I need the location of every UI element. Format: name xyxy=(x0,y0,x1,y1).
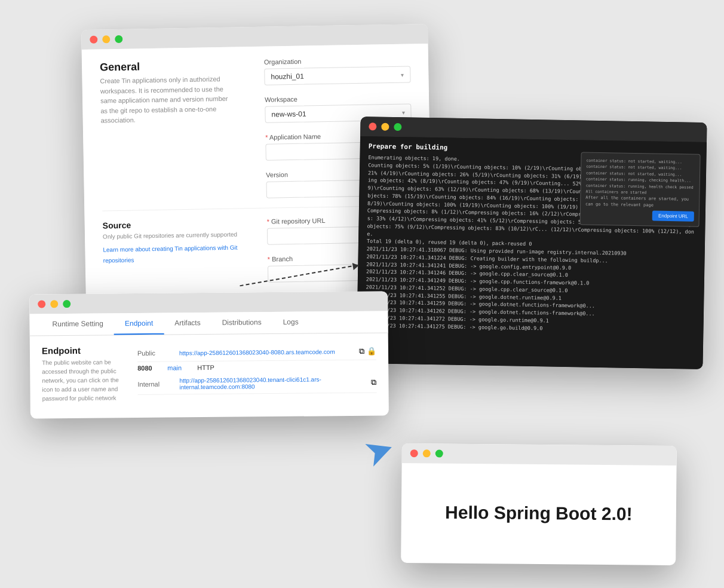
terminal-overlay: container status: not started, waiting..… xyxy=(580,152,701,227)
org-label: Organization xyxy=(264,56,410,65)
org-select[interactable]: houzhi_01 ▾ xyxy=(264,66,410,85)
endpoint-window: Runtime Setting Endpoint Artifacts Distr… xyxy=(29,291,389,418)
tab-endpoint[interactable]: Endpoint xyxy=(114,313,164,335)
terminal-body: Prepare for building Enumerating objects… xyxy=(356,136,707,369)
hello-titlebar xyxy=(402,443,677,466)
tabs-bar: Runtime Setting Endpoint Artifacts Distr… xyxy=(29,311,388,336)
chevron-down-icon: ▾ xyxy=(401,71,404,78)
ep-proto: HTTP xyxy=(197,364,221,371)
endpoint-section-desc: The public website can be accessed throu… xyxy=(42,357,126,403)
ep-port: 8080 xyxy=(137,365,161,372)
close-dot[interactable] xyxy=(410,449,418,457)
endpoint-hint: After all the containers are started, yo… xyxy=(585,195,694,209)
workspace-label: Workspace xyxy=(265,93,411,103)
endpoint-row-internal: Internal http://app-258612601368023040.t… xyxy=(137,372,376,395)
terminal-window: Prepare for building Enumerating objects… xyxy=(356,117,707,369)
minimize-dot[interactable] xyxy=(50,300,58,308)
endpoint-table: Public https://app-258612601368023040-80… xyxy=(137,343,377,395)
lock-icon[interactable]: 🔒 xyxy=(367,347,376,356)
ep-icons-public: ⧉ 🔒 xyxy=(359,347,376,356)
tab-distributions[interactable]: Distributions xyxy=(211,312,272,334)
copy-icon[interactable]: ⧉ xyxy=(371,378,376,387)
workspace-value: new-ws-01 xyxy=(271,110,306,119)
maximize-dot[interactable] xyxy=(394,123,401,131)
source-link[interactable]: Learn more about creating Tin applicatio… xyxy=(103,244,237,264)
general-title: General xyxy=(100,59,246,74)
minimize-dot[interactable] xyxy=(381,123,389,131)
hello-message: Hello Spring Boot 2.0! xyxy=(445,503,633,525)
minimize-dot[interactable] xyxy=(423,449,431,457)
org-value: houzhi_01 xyxy=(271,72,304,81)
source-title: Source xyxy=(103,218,249,230)
ep-type-internal: Internal xyxy=(137,381,173,388)
tab-artifacts[interactable]: Artifacts xyxy=(164,313,211,335)
general-desc: Create Tin applications only in authoriz… xyxy=(100,74,232,125)
ep-icons-internal: ⧉ xyxy=(371,378,376,387)
maximize-dot[interactable] xyxy=(115,35,122,43)
endpoint-section-title: Endpoint xyxy=(42,345,125,356)
close-dot[interactable] xyxy=(369,122,376,130)
endpoint-url-button[interactable]: Endpoint URL xyxy=(652,211,694,222)
tab-runtime-setting[interactable]: Runtime Setting xyxy=(41,313,114,335)
ep-type-public: Public xyxy=(137,350,173,357)
svg-marker-0 xyxy=(365,436,395,466)
blue-arrow-decoration xyxy=(363,433,398,471)
hello-body: Hello Spring Boot 2.0! xyxy=(401,463,676,564)
hello-window: Hello Spring Boot 2.0! xyxy=(401,443,677,565)
endpoint-row-public: Public https://app-258612601368023040-80… xyxy=(137,343,376,362)
ep-url-internal[interactable]: http://app-258612601368023040.tenant-cli… xyxy=(179,376,365,391)
endpoint-body: Endpoint The public website can be acces… xyxy=(30,333,389,418)
close-dot[interactable] xyxy=(90,36,97,44)
chevron-down-icon: ▾ xyxy=(401,109,404,115)
ep-url-public[interactable]: https://app-258612601368023040-8080.ars.… xyxy=(179,348,353,356)
ep-name: main xyxy=(167,364,191,371)
copy-icon[interactable]: ⧉ xyxy=(359,347,364,356)
endpoint-titlebar xyxy=(29,291,388,314)
source-desc: Only public Git repositories are current… xyxy=(103,230,249,241)
maximize-dot[interactable] xyxy=(435,449,443,457)
close-dot[interactable] xyxy=(38,300,45,308)
minimize-dot[interactable] xyxy=(102,35,110,43)
tab-logs[interactable]: Logs xyxy=(272,312,309,334)
maximize-dot[interactable] xyxy=(63,300,70,308)
